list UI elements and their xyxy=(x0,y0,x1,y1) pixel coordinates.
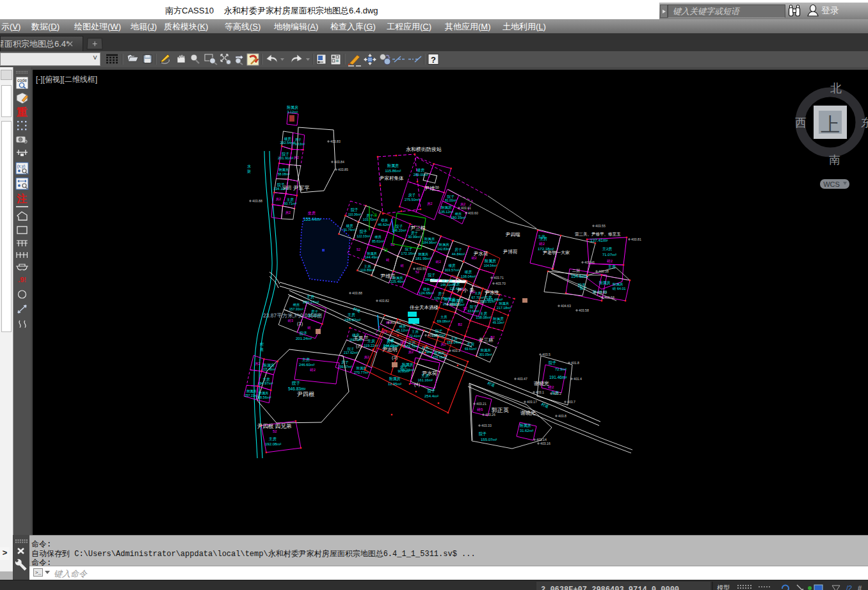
svg-text:佳全天本酒楼: 佳全天本酒楼 xyxy=(410,305,439,310)
svg-text:400.32: 400.32 xyxy=(473,299,483,303)
svg-text:WCS: WCS xyxy=(823,180,840,188)
svg-text:院子: 院子 xyxy=(292,381,301,386)
svg-text:52: 52 xyxy=(273,429,277,433)
svg-text:(2): (2) xyxy=(356,343,362,349)
svg-text:尹家村集体: 尹家村集体 xyxy=(379,175,404,181)
svg-text:238.56m²: 238.56m² xyxy=(256,395,271,399)
svg-text:151.04m²: 151.04m² xyxy=(447,340,462,344)
svg-text:103.70m²: 103.70m² xyxy=(363,218,377,221)
svg-text:246.60m²: 246.60m² xyxy=(299,363,315,367)
svg-text:215.48m²: 215.48m² xyxy=(262,368,276,371)
svg-text:155.44m²: 155.44m² xyxy=(303,217,321,221)
svg-text:房子: 房子 xyxy=(411,231,419,235)
svg-text:81.00m²: 81.00m² xyxy=(445,199,456,202)
svg-text:403.71: 403.71 xyxy=(494,276,504,280)
svg-text:楼房: 楼房 xyxy=(455,212,462,216)
svg-text:254.4m²: 254.4m² xyxy=(424,394,438,398)
svg-text:尹水荷: 尹水荷 xyxy=(473,251,488,257)
svg-text:砖: 砖 xyxy=(400,264,405,267)
svg-text:尹三林: 尹三林 xyxy=(478,337,494,343)
svg-text:楼房: 楼房 xyxy=(293,303,300,307)
svg-text:主2房: 主2房 xyxy=(602,246,612,251)
svg-text:(4): (4) xyxy=(414,381,421,387)
svg-text:附属房: 附属房 xyxy=(599,280,611,285)
svg-text:69.61m²: 69.61m² xyxy=(465,347,477,351)
svg-text:水: 水 xyxy=(247,164,251,168)
svg-text:403.70: 403.70 xyxy=(495,282,506,285)
svg-text:房子: 房子 xyxy=(366,214,374,218)
svg-text:房子: 房子 xyxy=(438,292,446,296)
svg-text:院子: 院子 xyxy=(428,388,435,394)
svg-text:30.99m²: 30.99m² xyxy=(408,235,421,239)
svg-text:砖2: 砖2 xyxy=(539,242,545,246)
svg-text:403.88: 403.88 xyxy=(252,199,262,203)
svg-text:94.97m²: 94.97m² xyxy=(259,381,273,385)
svg-text:房2: 房2 xyxy=(294,155,299,159)
svg-text:286.28m²: 286.28m² xyxy=(424,278,438,282)
svg-text:163.46m²: 163.46m² xyxy=(486,298,502,301)
svg-text:房2: 房2 xyxy=(276,197,281,201)
svg-text:房2: 房2 xyxy=(255,362,260,365)
svg-text:91.76m²: 91.76m² xyxy=(343,228,355,232)
svg-text:尹维兰: 尹维兰 xyxy=(424,186,440,191)
svg-text:403.85: 403.85 xyxy=(338,168,348,171)
svg-text:尹四根 四兄弟: 尹四根 四兄弟 xyxy=(257,423,291,429)
svg-text:191.46m²: 191.46m² xyxy=(549,375,567,379)
svg-text:尹维兰: 尹维兰 xyxy=(380,273,396,279)
svg-text:附属房: 附属房 xyxy=(389,376,401,381)
svg-text:403.16: 403.16 xyxy=(540,442,551,445)
svg-text:275.50m²: 275.50m² xyxy=(405,198,419,202)
svg-text:122.33m²: 122.33m² xyxy=(357,234,370,238)
svg-text:渠: 渠 xyxy=(247,169,251,173)
svg-text:二层: 二层 xyxy=(572,269,580,273)
svg-text:400.59: 400.59 xyxy=(488,290,498,294)
svg-text:546.83m²: 546.83m² xyxy=(288,387,306,391)
svg-text:124.68m²: 124.68m² xyxy=(419,291,434,295)
svg-text:192.08m²: 192.08m² xyxy=(265,442,281,446)
svg-text:楼房: 楼房 xyxy=(381,218,388,222)
svg-text:403.84: 403.84 xyxy=(334,160,344,164)
svg-text:南: 南 xyxy=(829,154,840,166)
svg-text:砖3: 砖3 xyxy=(287,319,293,323)
svg-text:201.24m²: 201.24m² xyxy=(296,337,312,340)
svg-text:3.12m²: 3.12m² xyxy=(287,110,298,114)
svg-text:主房: 主房 xyxy=(364,264,371,268)
svg-text:(1): (1) xyxy=(297,321,303,326)
svg-text:附属房: 附属房 xyxy=(493,317,504,321)
svg-text:院子: 院子 xyxy=(479,431,486,436)
svg-text:301.05m²: 301.05m² xyxy=(479,353,492,356)
svg-text:附属房: 附属房 xyxy=(263,363,275,368)
svg-text:403.41: 403.41 xyxy=(461,206,471,210)
svg-text:砖2: 砖2 xyxy=(310,368,316,372)
svg-text:模型: 模型 xyxy=(717,584,730,590)
svg-text:尹四端: 尹四端 xyxy=(505,232,520,237)
svg-text:主房: 主房 xyxy=(302,357,310,362)
svg-text:58.08m²: 58.08m² xyxy=(278,172,290,176)
svg-text:?: ? xyxy=(431,55,436,65)
svg-text:主房: 主房 xyxy=(538,235,545,239)
svg-text:注: 注 xyxy=(17,193,28,204)
svg-text:403.1: 403.1 xyxy=(536,390,544,394)
svg-text:楼房: 楼房 xyxy=(423,287,430,291)
svg-text:403.52: 403.52 xyxy=(597,291,607,294)
svg-text:房2: 房2 xyxy=(427,202,432,205)
svg-text:157.30m²: 157.30m² xyxy=(289,307,303,311)
svg-text:尹水荷: 尹水荷 xyxy=(422,371,437,376)
svg-text:房2: 房2 xyxy=(364,355,369,359)
svg-text:156.87m²: 156.87m² xyxy=(344,318,360,322)
svg-text:110.36m²: 110.36m² xyxy=(348,213,362,216)
svg-text:楼房: 楼房 xyxy=(453,282,460,286)
svg-text:附属房: 附属房 xyxy=(613,282,623,287)
svg-text:附属房: 附属房 xyxy=(439,243,450,247)
svg-text:60.71m²: 60.71m² xyxy=(284,202,296,205)
svg-text:85.61m²: 85.61m² xyxy=(372,239,384,243)
svg-text:403.33: 403.33 xyxy=(481,424,492,427)
svg-text:主房: 主房 xyxy=(451,337,457,340)
svg-text:主房: 主房 xyxy=(269,436,277,441)
svg-text:尹 小 泉: 尹 小 泉 xyxy=(456,287,474,293)
svg-text:49.10m²: 49.10m² xyxy=(493,321,504,324)
svg-text:400.81: 400.81 xyxy=(631,237,641,241)
svg-text:尹志明: 尹志明 xyxy=(382,347,398,353)
svg-text:403.62: 403.62 xyxy=(390,321,401,324)
svg-text:code: code xyxy=(17,78,27,83)
